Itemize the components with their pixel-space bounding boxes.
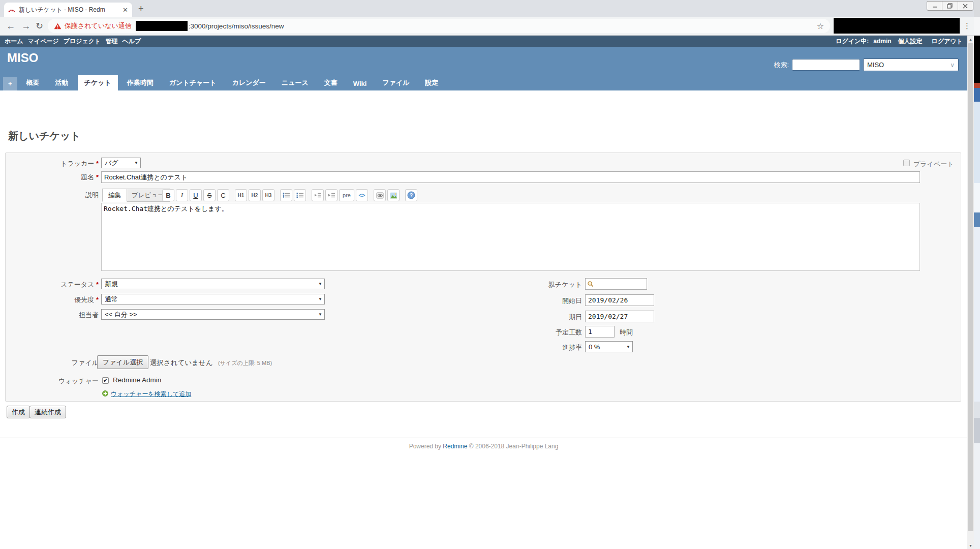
status-value: 新規	[105, 280, 118, 289]
bookmark-star-icon[interactable]: ☆	[817, 21, 824, 31]
tab-overview[interactable]: 概要	[20, 75, 46, 90]
italic-button[interactable]: I	[176, 189, 188, 201]
file-size-limit: (サイズの上限: 5 MB)	[218, 359, 272, 367]
due-date-input[interactable]	[585, 311, 654, 322]
heading1-button[interactable]: H1	[235, 189, 247, 201]
page-scrollbar[interactable]: ▲ ▼	[967, 36, 974, 549]
logout-link[interactable]: ログアウト	[932, 37, 963, 46]
preformatted-button[interactable]: pre	[339, 189, 354, 201]
browser-menu-icon[interactable]: ⋮	[963, 21, 971, 30]
status-select[interactable]: 新規 ▼	[101, 279, 325, 289]
select-arrow-icon: ▼	[626, 345, 630, 349]
tab-activity[interactable]: 活動	[49, 75, 75, 90]
tab-news[interactable]: ニュース	[275, 75, 315, 90]
description-textarea[interactable]: Rocket.Chat連携とのテストをします。	[101, 203, 920, 271]
my-account-link[interactable]: 個人設定	[898, 37, 923, 46]
tab-title: 新しいチケット - MISO - Redm	[19, 6, 119, 14]
parent-issue-input[interactable]	[585, 278, 647, 290]
minimize-button[interactable]	[927, 2, 942, 10]
tracker-select[interactable]: バグ ▼	[101, 158, 141, 168]
add-watcher-link[interactable]: ウォッチャーを検索して追加	[111, 390, 191, 399]
browser-tab[interactable]: 新しいチケット - MISO - Redm ✕	[4, 3, 132, 17]
window-controls	[927, 1, 973, 11]
create-button[interactable]: 作成	[7, 406, 30, 418]
heading3-button[interactable]: H3	[262, 189, 274, 201]
top-menu-home[interactable]: ホーム	[5, 37, 23, 46]
restore-button[interactable]	[942, 2, 957, 10]
blockquote-button[interactable]	[312, 189, 324, 201]
hours-unit-label: 時間	[620, 328, 645, 337]
svg-text:?: ?	[410, 193, 413, 198]
logged-in-user-link[interactable]: admin	[873, 38, 891, 45]
top-menu-help[interactable]: ヘルプ	[122, 37, 141, 46]
unordered-list-icon[interactable]	[280, 189, 292, 201]
redmine-link[interactable]: Redmine	[443, 443, 467, 450]
estimated-hours-input[interactable]	[585, 326, 615, 338]
priority-label: 優先度	[74, 296, 94, 303]
heading2-button[interactable]: H2	[249, 189, 261, 201]
wiki-link-icon[interactable]	[374, 189, 386, 201]
browser-toolbar: ← → ↻ 保護されていない通信 :3000/projects/miso/iss…	[0, 17, 974, 36]
reload-icon[interactable]: ↻	[36, 17, 43, 35]
scrollbar-thumb[interactable]	[968, 43, 973, 531]
back-icon[interactable]: ←	[6, 17, 15, 35]
choose-file-button[interactable]: ファイル選択	[97, 355, 148, 369]
image-icon[interactable]	[387, 189, 400, 201]
code-button[interactable]: C	[217, 189, 229, 201]
forward-icon[interactable]: →	[21, 17, 30, 35]
private-checkbox[interactable]	[903, 160, 910, 166]
subject-input[interactable]	[101, 171, 920, 183]
url-text[interactable]: :3000/projects/miso/issues/new	[189, 22, 284, 30]
done-ratio-value: 0 %	[589, 343, 600, 351]
project-jump-select[interactable]: MISO ∨	[863, 58, 959, 71]
tab-documents[interactable]: 文書	[318, 75, 344, 90]
bold-button[interactable]: B	[162, 189, 174, 201]
watcher-checkbox[interactable]: ✔	[102, 377, 109, 384]
priority-select[interactable]: 通常 ▼	[101, 294, 325, 304]
parent-issue-label: 親チケット	[516, 280, 582, 289]
top-menu-administration[interactable]: 管理	[105, 37, 117, 46]
browser-titlebar: 新しいチケット - MISO - Redm ✕ +	[0, 0, 974, 17]
redmine-page: ホーム マイページ プロジェクト 管理 ヘルプ ログイン中: admin 個人設…	[0, 36, 967, 549]
start-date-input[interactable]	[585, 294, 654, 306]
screen: 新しいチケット - MISO - Redm ✕ + ← → ↻ 保護されていない…	[0, 0, 980, 549]
tab-settings[interactable]: 設定	[419, 75, 445, 90]
search-input[interactable]	[792, 59, 860, 71]
close-window-button[interactable]	[958, 2, 973, 10]
done-ratio-select[interactable]: 0 % ▼	[585, 341, 633, 352]
search-label: 検索:	[774, 60, 789, 70]
powered-by-text: Powered by	[409, 443, 441, 450]
main-menu: + 概要 活動 チケット 作業時間 ガントチャート カレンダー ニュース 文書 …	[3, 75, 445, 90]
address-bar[interactable]: 保護されていない通信 :3000/projects/miso/issues/ne…	[48, 19, 830, 33]
tab-files[interactable]: ファイル	[376, 75, 416, 90]
assignee-select[interactable]: << 自分 >> ▼	[101, 309, 325, 320]
tab-issues[interactable]: チケット	[78, 75, 118, 90]
ordered-list-icon[interactable]	[294, 189, 306, 201]
select-arrow-icon: ▼	[318, 282, 322, 286]
strikethrough-button[interactable]: S	[203, 189, 216, 201]
scroll-up-icon[interactable]: ▲	[967, 36, 974, 43]
scroll-down-icon[interactable]: ▼	[967, 542, 974, 549]
description-edit-tab[interactable]: 編集	[102, 189, 127, 202]
tab-spent-time[interactable]: 作業時間	[120, 75, 160, 90]
inline-code-button[interactable]: <>	[356, 189, 368, 201]
not-secure-label[interactable]: 保護されていない通信	[65, 21, 132, 30]
files-label: ファイル	[7, 358, 99, 368]
tab-gantt[interactable]: ガントチャート	[163, 75, 223, 90]
unquote-button[interactable]	[325, 189, 338, 201]
not-secure-warning-icon[interactable]	[54, 23, 62, 29]
watcher-user-label: Redmine Admin	[113, 376, 161, 384]
top-menu-my-page[interactable]: マイページ	[28, 37, 59, 46]
tab-calendar[interactable]: カレンダー	[226, 75, 272, 90]
create-and-continue-button[interactable]: 連続作成	[29, 406, 66, 418]
tab-wiki[interactable]: Wiki	[347, 77, 374, 90]
new-tab-button[interactable]: +	[138, 4, 144, 14]
copyright-text: © 2006-2018 Jean-Philippe Lang	[469, 443, 559, 450]
add-watcher-icon[interactable]	[102, 390, 108, 396]
underline-button[interactable]: U	[190, 189, 202, 201]
tab-close-icon[interactable]: ✕	[122, 7, 128, 13]
top-menu-projects[interactable]: プロジェクト	[64, 37, 101, 46]
assignee-value: << 自分 >>	[105, 310, 137, 319]
new-object-tab[interactable]: +	[3, 77, 17, 90]
help-icon[interactable]: ?	[405, 189, 417, 201]
